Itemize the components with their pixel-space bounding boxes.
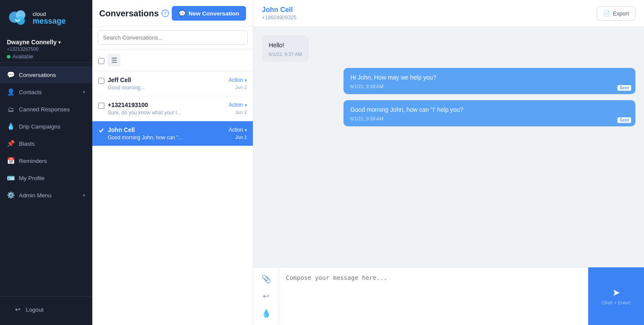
conv-name-row: Jeff Cell Action ▾ <box>108 77 247 83</box>
new-conversation-icon: 💬 <box>179 10 186 17</box>
conv-contact-name: Jeff Cell <box>108 77 131 83</box>
message-text: Hi John, How may we help you? <box>350 73 629 82</box>
filter-icon: ☰ <box>111 56 117 64</box>
send-icon: ➤ <box>612 287 620 298</box>
logo-text: cloud message <box>33 11 66 26</box>
logout-icon: ↩ <box>14 306 21 313</box>
message-text: Hello! <box>269 41 302 50</box>
sent-badge: Sent <box>617 85 631 91</box>
conv-action-button[interactable]: Action <box>229 77 243 83</box>
conversation-item[interactable]: +13214193100 Action ▾ Sure, do you know … <box>92 96 253 121</box>
search-input[interactable] <box>97 31 248 45</box>
reply-icon-button[interactable]: ↩ <box>260 289 272 304</box>
chat-compose: 📎 ↩ 💧 ➤ (Shift + Enter) <box>253 267 644 325</box>
canned-responses-icon: 🗂 <box>7 105 15 113</box>
chat-contact-name: John Cell <box>262 6 296 14</box>
sidebar-item-blasts[interactable]: 📌 Blasts <box>0 135 92 152</box>
user-section: Dwayne Connelly ▾ +13213267500 Available <box>0 35 92 63</box>
logout-area[interactable]: ↩ Logout <box>0 296 92 325</box>
send-button[interactable]: ➤ (Shift + Enter) <box>588 267 644 325</box>
conversations-icon: 💬 <box>7 71 15 79</box>
sidebar-item-drip-campaigns[interactable]: 💧 Drip Campaigns <box>0 118 92 135</box>
conv-checkbox[interactable] <box>98 78 104 84</box>
sidebar-item-label: Reminders <box>19 158 85 164</box>
chat-contact-phone: +18604909325 <box>262 15 296 21</box>
blasts-icon: 📌 <box>7 140 15 147</box>
sidebar-item-label: My Profile <box>19 175 85 181</box>
status-row: Available <box>7 54 85 60</box>
help-icon[interactable]: ? <box>161 9 169 17</box>
compose-textarea[interactable] <box>286 274 581 318</box>
sidebar-item-label: Admin Menu <box>19 192 79 199</box>
message-time: 6/1/22, 9:38 AM <box>350 116 629 121</box>
conv-header: Conversations ? 💬 New Conversation <box>92 0 253 26</box>
compose-icons: 📎 ↩ 💧 <box>253 267 279 325</box>
contacts-icon: 👤 <box>7 88 15 96</box>
sidebar: cloud message Dwayne Connelly ▾ +1321326… <box>0 0 92 325</box>
message-bubble-sent: Hi John, How may we help you? 6/1/22, 9:… <box>343 68 635 94</box>
message-time: 6/1/22, 9:38 AM <box>350 84 629 89</box>
conv-action-row: Action ▾ <box>229 77 247 83</box>
conv-info: Jeff Cell Action ▾ Good morning... Jun 2 <box>108 77 247 91</box>
logout-label: Logout <box>26 307 79 313</box>
conv-action-button[interactable]: Action <box>229 127 243 133</box>
logout-item[interactable]: ↩ Logout <box>7 301 85 318</box>
sidebar-item-label: Contacts <box>19 89 79 95</box>
sent-badge: Sent <box>617 117 631 123</box>
sidebar-item-conversations[interactable]: 💬 Conversations <box>0 66 92 83</box>
user-phone: +13213267500 <box>7 46 85 52</box>
search-bar <box>92 26 253 49</box>
select-all-checkbox[interactable] <box>98 58 104 64</box>
sidebar-item-contacts[interactable]: 👤 Contacts ▾ <box>0 83 92 101</box>
conversation-item[interactable]: Jeff Cell Action ▾ Good morning... Jun 2 <box>92 71 253 96</box>
water-drop-icon-button[interactable]: 💧 <box>259 306 273 321</box>
water-drop-icon: 💧 <box>261 309 271 318</box>
export-button[interactable]: 📄 Export <box>597 6 635 21</box>
export-icon: 📄 <box>603 10 610 17</box>
nav-menu: 💬 Conversations 👤 Contacts ▾ 🗂 Canned Re… <box>0 63 92 296</box>
chat-header: John Cell +18604909325 📄 Export <box>253 0 644 27</box>
sidebar-item-label: Canned Responses <box>19 106 85 113</box>
conversations-panel: Conversations ? 💬 New Conversation ☰ <box>92 0 644 325</box>
new-conversation-button[interactable]: 💬 New Conversation <box>172 6 246 21</box>
attach-icon: 📎 <box>261 274 271 284</box>
conv-date: Jun 2 <box>235 85 247 90</box>
my-profile-icon: 🪪 <box>7 174 15 182</box>
app-logo-icon <box>7 8 28 29</box>
sidebar-item-admin-menu[interactable]: ⚙️ Admin Menu ▾ <box>0 187 92 204</box>
sidebar-item-label: Blasts <box>19 141 85 147</box>
reminders-icon: 📅 <box>7 157 15 165</box>
conversation-item-selected[interactable]: John Cell Action ▾ Good morning John, ho… <box>92 121 253 146</box>
message-bubble-sent: Good morning John, how can "I' help you?… <box>343 100 635 126</box>
sidebar-item-canned-responses[interactable]: 🗂 Canned Responses <box>0 101 92 118</box>
sidebar-item-label: Conversations <box>19 72 85 78</box>
sidebar-item-label: Drip Campaigns <box>19 123 85 130</box>
conv-contact-name: John Cell <box>108 126 135 133</box>
message-bubble-received: Hello! 6/1/22, 9:37 AM <box>262 36 309 62</box>
conv-action-button[interactable]: Action <box>229 102 243 108</box>
conv-checkbox[interactable] <box>98 128 104 134</box>
send-hint: (Shift + Enter) <box>601 300 631 305</box>
logo-cloud-text: cloud <box>33 11 66 17</box>
conv-info: John Cell Action ▾ Good morning John, ho… <box>108 126 247 141</box>
logo-area: cloud message <box>0 0 92 35</box>
message-text: Good morning John, how can "I' help you? <box>350 105 629 114</box>
conv-preview: Sure, do you know what your l... <box>108 110 181 116</box>
chevron-down-icon: ▾ <box>245 78 247 83</box>
sidebar-item-reminders[interactable]: 📅 Reminders <box>0 152 92 169</box>
logo-message-text: message <box>33 17 66 26</box>
reply-icon: ↩ <box>263 291 269 301</box>
user-dropdown-icon[interactable]: ▾ <box>58 40 61 45</box>
conv-date: Jun 1 <box>235 135 247 140</box>
conv-checkbox[interactable] <box>98 103 104 109</box>
attach-icon-button[interactable]: 📎 <box>259 272 273 286</box>
conv-list: Jeff Cell Action ▾ Good morning... Jun 2 <box>92 71 253 325</box>
sidebar-item-my-profile[interactable]: 🪪 My Profile <box>0 169 92 187</box>
admin-menu-icon: ⚙️ <box>7 191 15 199</box>
main-content: Conversations ? 💬 New Conversation ☰ <box>92 0 644 325</box>
message-time: 6/1/22, 9:37 AM <box>269 52 302 57</box>
conv-action-row: Action ▾ <box>229 127 247 133</box>
filter-icon-button[interactable]: ☰ <box>108 54 121 67</box>
checkbox-filter-area: ☰ <box>92 49 253 71</box>
compose-input-area <box>279 267 588 325</box>
